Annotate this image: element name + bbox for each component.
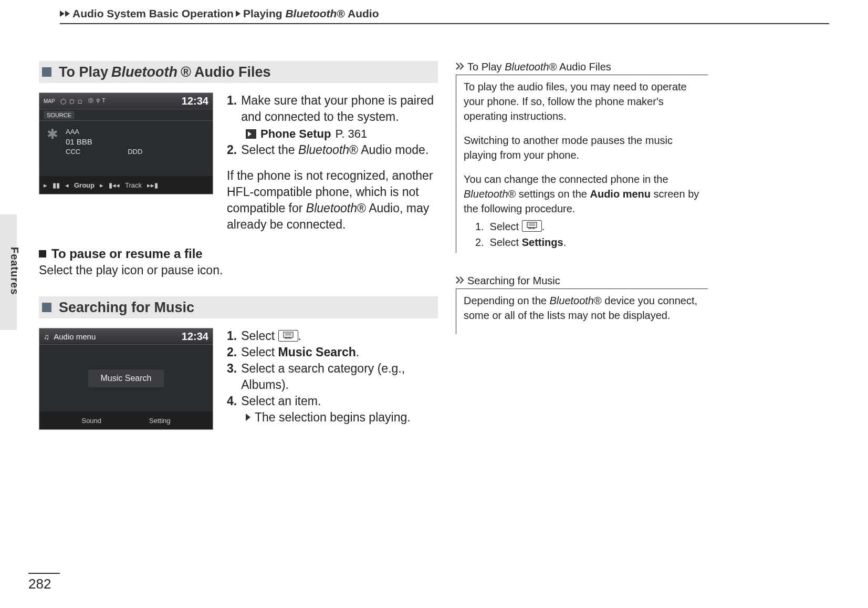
double-chevron-icon <box>456 63 465 71</box>
h1-bt: Bluetooth <box>111 64 177 80</box>
s2-4-sub: The selection begins playing. <box>255 410 411 424</box>
sidebar-note-searching: Searching for Music Depending on the Blu… <box>456 275 708 334</box>
shot1-line3-left: CCC <box>66 148 80 156</box>
shot1-line2: 01 BBB <box>66 137 142 146</box>
s2-4-num: 4. <box>227 393 237 409</box>
side-tab-features: Features <box>0 214 17 330</box>
square-bullet-icon <box>42 67 51 77</box>
breadcrumb: Audio System Basic Operation Playing Blu… <box>60 7 829 24</box>
sb1-li1-end: . <box>542 221 545 232</box>
s2-3-num: 3. <box>227 360 237 393</box>
xref-label: Phone Setup <box>260 126 331 142</box>
s2-3-a: Select a search category (e.g., Albums). <box>241 360 438 393</box>
sidebar-note-play-bt: To Play Bluetooth® Audio Files To play t… <box>456 61 708 253</box>
next-track-icon: ▸▸▮ <box>147 181 158 189</box>
steps-section1: 1. Make sure that your phone is paired a… <box>227 92 438 233</box>
shot1-source-btn: SOURCE <box>44 111 75 119</box>
sb1-bt: Bluetooth <box>505 61 549 73</box>
s2-num: 2. <box>227 142 237 158</box>
triangle-right-icon <box>246 410 255 424</box>
sb1-reg: ® <box>549 61 557 73</box>
shot1-line3-right: DDD <box>128 148 142 156</box>
menu-button-icon: MENU <box>278 330 298 342</box>
music-search-button: Music Search <box>88 369 164 387</box>
sb2-title: Searching for Music <box>467 275 560 287</box>
prev-group-icon: ◂ <box>65 181 69 189</box>
svg-marker-1 <box>65 11 70 17</box>
play-icon: ▸ <box>44 181 47 189</box>
svg-marker-0 <box>60 11 65 17</box>
sb1-li2-a: Select <box>490 236 522 248</box>
sb2-p1-reg: ® <box>594 295 602 306</box>
heading-play-bt-audio: To Play Bluetooth® Audio Files <box>39 61 438 83</box>
page-number: 282 <box>28 573 60 592</box>
square-bullet-icon <box>42 303 51 312</box>
shot1-track: Track <box>125 181 142 189</box>
heading-searching-music: Searching for Music <box>39 296 438 318</box>
s1-text: Make sure that your phone is paired and … <box>241 92 438 125</box>
shot2-title: Audio menu <box>54 332 96 341</box>
sb1-p3-bt: Bluetooth <box>464 188 508 200</box>
sb1-li2-end: . <box>563 236 567 248</box>
shot1-clock: 12:34 <box>182 95 208 107</box>
s2-2-b: Music Search <box>278 345 356 359</box>
sb1-p3-bold: Audio menu <box>590 188 651 200</box>
s1-num: 1. <box>227 92 237 125</box>
h1-part1: To Play <box>59 64 108 80</box>
sb1-t2: Audio Files <box>557 61 611 73</box>
svg-marker-2 <box>236 11 240 17</box>
music-note-icon: ♫ <box>44 332 49 341</box>
triangle-right-icon <box>236 11 241 17</box>
h1-reg: ® <box>181 64 191 80</box>
sb2-p1-bt: Bluetooth <box>549 295 594 306</box>
menu-button-icon: MENU <box>522 220 542 232</box>
s2-2-c: . <box>356 345 359 359</box>
s2-bt: Bluetooth <box>298 143 349 157</box>
s2-reg: ® <box>349 143 358 157</box>
s2-2-num: 2. <box>227 344 237 360</box>
sb1-li1-a: Select <box>490 221 522 232</box>
sb1-p3-reg: ® <box>508 188 516 200</box>
double-chevron-icon <box>456 276 465 285</box>
sb2-p1-pre: Depending on the <box>464 295 549 306</box>
breadcrumb-part-1: Audio System Basic Operation <box>72 7 234 20</box>
breadcrumb-part-3: Audio <box>345 7 379 19</box>
s2-1-num: 1. <box>227 328 237 344</box>
screenshot-bt-audio: MAP ◯ ▢ ◻ ⓪ ⚲ T 12:34 SOURCE ✱ AA <box>39 92 213 194</box>
sb1-p1: To play the audio files, you may need to… <box>464 79 708 123</box>
s2-1-b: . <box>298 329 301 343</box>
bluetooth-icon: ✱ <box>47 126 58 142</box>
breadcrumb-reg: ® <box>337 7 344 19</box>
prev-track-icon: ▮◂◂ <box>109 181 120 189</box>
pause-icon: ▮▮ <box>53 181 60 189</box>
steps-section2: 1. Select MENU . <box>227 328 438 426</box>
shot1-icons-mid: ◯ ▢ ◻ <box>60 98 83 104</box>
xref-page: P. 361 <box>335 126 367 142</box>
svg-text:MENU: MENU <box>285 337 291 339</box>
next-group-icon: ▸ <box>100 181 103 189</box>
sb1-li2-b: Settings <box>522 236 563 248</box>
shot1-map: MAP <box>44 98 55 104</box>
shot1-line1: AAA <box>66 128 142 136</box>
sb1-t1: To Play <box>467 61 505 73</box>
note-bt: Bluetooth <box>306 201 357 215</box>
sb1-p2: Switching to another mode pauses the mus… <box>464 133 708 162</box>
shot1-icons-right: ⓪ ⚲ T <box>88 97 106 105</box>
s2-1-a: Select <box>241 329 278 343</box>
sound-button: Sound <box>81 417 101 425</box>
s2-post: Audio mode. <box>358 143 428 157</box>
xref-phone-setup[interactable]: Phone Setup P. 361 <box>227 126 438 142</box>
shot2-clock: 12:34 <box>182 331 208 343</box>
s2-4-a: Select an item. <box>241 393 321 409</box>
side-tab-label: Features <box>8 247 20 295</box>
note-reg: ® <box>357 201 366 215</box>
s2-2-a: Select <box>241 345 278 359</box>
sub-text: Select the play icon or pause icon. <box>39 263 438 277</box>
sb1-p3-pre: You can change the connected phone in th… <box>464 173 668 185</box>
screenshot-music-search: ♫ Audio menu 12:34 Music Search Sound Se… <box>39 328 213 430</box>
s2-pre: Select the <box>241 143 298 157</box>
xref-icon <box>246 129 256 139</box>
h2-title: Searching for Music <box>59 300 194 316</box>
shot1-group: Group <box>74 181 95 189</box>
h1-part2: Audio Files <box>194 64 271 80</box>
